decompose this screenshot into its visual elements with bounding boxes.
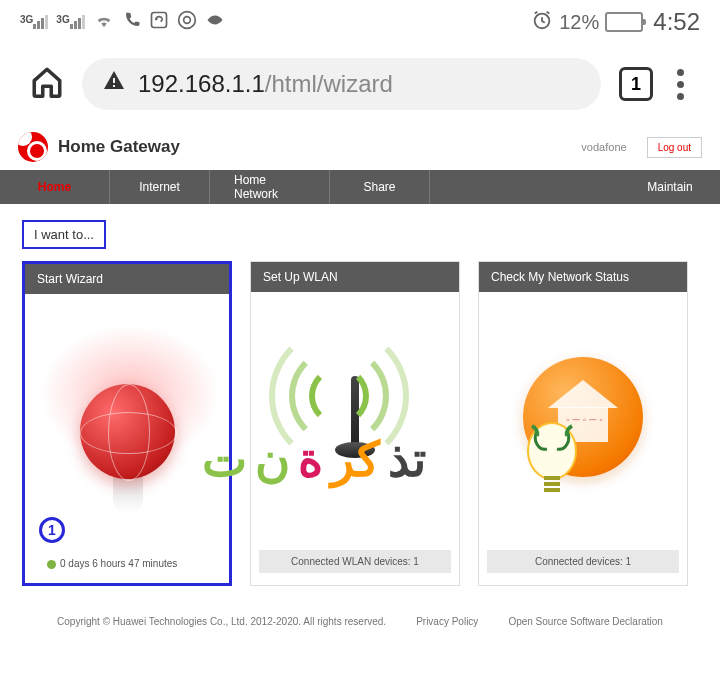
globe-icon <box>80 384 175 479</box>
battery-icon <box>605 12 643 32</box>
router-page: Home Gateway vodafone Log out Home Inter… <box>0 124 720 653</box>
svg-rect-5 <box>113 85 115 87</box>
tab-switcher[interactable]: 1 <box>619 67 653 101</box>
signal-1: 3G <box>20 11 48 34</box>
android-status-bar: 3G 3G 12% 4:52 <box>0 0 720 44</box>
annotation-badge-1: 1 <box>39 517 65 543</box>
swift-icon <box>205 10 225 35</box>
page-footer: Copyright © Huawei Technologies Co., Ltd… <box>22 606 698 637</box>
card-network-title: Check My Network Status <box>479 262 687 292</box>
url-bar[interactable]: 192.168.1.1/html/wizard <box>82 58 601 110</box>
status-left: 3G 3G <box>20 10 531 35</box>
status-right: 12% 4:52 <box>531 8 700 36</box>
url-host: 192.168.1.1 <box>138 70 265 97</box>
browser-menu-icon[interactable] <box>671 69 690 100</box>
phone-icon <box>123 11 141 34</box>
username-label: vodafone <box>581 141 626 153</box>
svg-point-1 <box>178 11 195 28</box>
main-nav: Home Internet Home Network Share Maintai… <box>0 170 720 204</box>
alarm-icon <box>531 9 553 36</box>
svg-rect-4 <box>113 78 115 83</box>
url-path: /html/wizard <box>265 70 393 97</box>
signal-2: 3G <box>56 11 84 34</box>
watermark-bulb-icon <box>517 416 587 510</box>
content-area: I want to... Start Wizard 1 0 days 6 hou… <box>0 204 720 653</box>
chrome-icon <box>177 10 197 35</box>
nav-maintain[interactable]: Maintain <box>620 170 720 204</box>
sync-icon <box>149 10 169 35</box>
svg-point-2 <box>183 16 190 23</box>
status-dot-icon <box>47 560 56 569</box>
svg-rect-9 <box>544 488 560 492</box>
logout-button[interactable]: Log out <box>647 137 702 158</box>
card-wlan-title: Set Up WLAN <box>251 262 459 292</box>
vodafone-logo-icon <box>18 132 48 162</box>
nav-spacer <box>430 170 620 204</box>
browser-home-icon[interactable] <box>30 65 64 103</box>
privacy-link[interactable]: Privacy Policy <box>416 616 478 627</box>
cards-row: Start Wizard 1 0 days 6 hours 47 minutes… <box>22 261 698 586</box>
card-wizard-footer: 0 days 6 hours 47 minutes <box>33 552 221 575</box>
oss-link[interactable]: Open Source Software Declaration <box>508 616 663 627</box>
card-start-wizard[interactable]: Start Wizard 1 0 days 6 hours 47 minutes <box>22 261 232 586</box>
nav-home-network[interactable]: Home Network <box>210 170 330 204</box>
card-network-footer: Connected devices: 1 <box>487 550 679 573</box>
page-title: Home Gateway <box>58 137 571 157</box>
card-wlan-footer: Connected WLAN devices: 1 <box>259 550 451 573</box>
wifi-antenna-icon <box>335 376 375 458</box>
card-setup-wlan[interactable]: Set Up WLAN Connected WLAN devices: 1 <box>250 261 460 586</box>
clock: 4:52 <box>653 8 700 36</box>
copyright-text: Copyright © Huawei Technologies Co., Ltd… <box>57 616 386 627</box>
card-wizard-title: Start Wizard <box>25 264 229 294</box>
browser-bar: 192.168.1.1/html/wizard 1 <box>0 44 720 124</box>
card-wizard-body <box>25 294 229 544</box>
nav-internet[interactable]: Internet <box>110 170 210 204</box>
nav-share[interactable]: Share <box>330 170 430 204</box>
card-wlan-body <box>251 292 459 542</box>
i-want-to-label: I want to... <box>22 220 106 249</box>
page-header: Home Gateway vodafone Log out <box>0 124 720 170</box>
svg-rect-7 <box>544 476 560 480</box>
svg-rect-0 <box>151 12 166 27</box>
insecure-icon <box>102 69 126 99</box>
nav-home[interactable]: Home <box>0 170 110 204</box>
svg-rect-8 <box>544 482 560 486</box>
battery-pct: 12% <box>559 11 599 34</box>
wifi-icon <box>93 11 115 34</box>
